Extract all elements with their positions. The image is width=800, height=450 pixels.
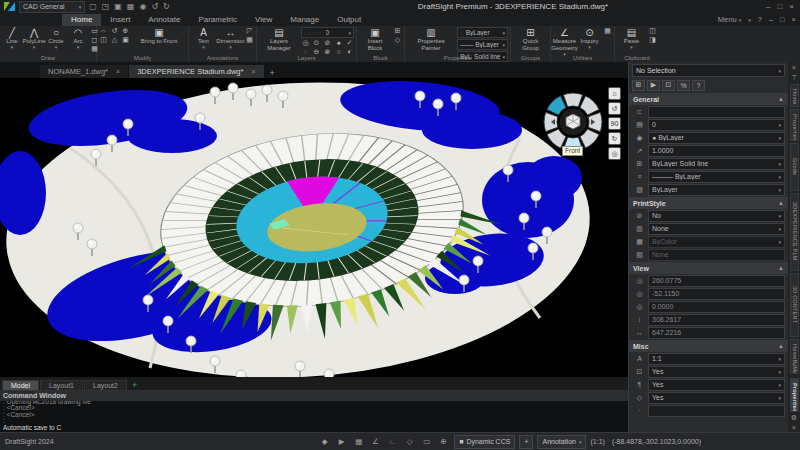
menu-button[interactable]: Menu ▾ [718,15,741,24]
bring-to-front-tool[interactable]: ▣ Bring to Front [132,27,186,45]
side-tab-3d-content-central[interactable]: 3D CONTENT CENTRAL [790,273,799,337]
restore-button[interactable]: □ [777,2,782,11]
ortho-icon[interactable]: ∟ [386,437,399,446]
rotate-icon[interactable]: ↺ [110,27,119,35]
color-select[interactable]: ● ByLayer▾ [648,132,785,144]
ccs-toggle[interactable]: ■ Dynamic CCS [454,435,515,449]
circle-tool[interactable]: ○ Circle ▾ [46,27,66,50]
transparency-select[interactable]: ByLayer▾ [648,184,785,196]
close-palette-icon[interactable]: × [792,64,796,72]
linestyle-select[interactable]: ByLayer Solid line▾ [648,158,785,170]
close-button[interactable]: × [789,2,794,11]
entity-snap-icon[interactable]: ◆ [318,437,331,446]
properties-painter-tool[interactable]: ▥ Properties Painter [407,27,455,52]
printstyle-select[interactable]: No▾ [648,210,785,222]
gear-icon[interactable]: ⚙ [791,414,797,422]
rotate-90-button[interactable]: 90 [608,117,621,130]
section-view[interactable]: View ▲ [629,262,788,274]
visual-style-select[interactable]: Yes▾ [648,392,785,404]
help-icon[interactable]: ? [692,80,705,91]
layer-on-icon[interactable]: ◎ [301,39,310,47]
side-tab-properties-active[interactable]: Properties [790,378,799,412]
workspace-selector[interactable]: CAD General ▾ [19,1,85,13]
leader-icon[interactable]: ◸ [245,27,254,35]
command-window-title[interactable]: Command Window [0,391,628,401]
minimize-button[interactable]: – [766,2,770,11]
printstyle-table-select[interactable]: None▾ [648,223,785,235]
hyperlink-field[interactable] [648,106,785,118]
close-icon[interactable]: × [792,424,796,432]
annotation-select[interactable]: Annotation ▾ [537,435,586,449]
define-block-icon[interactable]: ⊞ [393,27,402,35]
pin-palette-icon[interactable]: ⊤ [791,74,797,82]
help-button[interactable]: ? [758,15,762,24]
tab-layout2[interactable]: Layout2 [84,380,127,390]
side-tab-gcode-generator[interactable]: Gcode Generator [790,143,799,191]
edit-block-icon[interactable]: ◇ [393,36,402,44]
side-tab-homebyme[interactable]: HomeByMe [790,339,799,374]
lineweight-display-icon[interactable]: ▭ [420,437,433,446]
copy-clip-icon[interactable]: ◨ [648,36,657,44]
ribbon-collapse-icon[interactable]: ▾ [748,17,751,23]
add-scale-button[interactable]: + [519,435,533,449]
text-tool[interactable]: A Text ▾ [191,27,216,50]
tab-home[interactable]: Home [62,14,101,26]
save-icon[interactable]: ▣ [114,2,122,11]
orbit-button[interactable]: ↺ [608,102,621,115]
new-doc-tab-button[interactable]: + [265,68,280,78]
panel-restore-icon[interactable]: □ [780,15,785,24]
pointer-icon[interactable]: ▶ [647,80,660,91]
undo-icon[interactable]: ↺ [151,2,158,11]
open-file-icon[interactable]: ◳ [102,2,110,11]
quick-group-tool[interactable]: ⊞ Quick Group [513,27,548,52]
scale-icon[interactable]: △ [110,36,119,44]
paste-tool[interactable]: ▤ Paste ▾ [617,27,646,50]
add-layout-button[interactable]: + [128,380,141,390]
panel-close-icon[interactable]: × [792,15,796,24]
percent-icon[interactable]: % [677,80,690,91]
trim-icon[interactable]: ▣ [121,36,130,44]
layer-freeze-icon[interactable]: ⊙ [312,39,321,47]
select-entities-icon[interactable]: ⊞ [632,80,645,91]
polyline-tool[interactable]: ⋀ PolyLine ▾ [24,27,44,50]
tab-layout1[interactable]: Layout1 [40,380,83,390]
insert-block-tool[interactable]: ▣ Insert Block [359,27,391,52]
home-view-button[interactable]: ⌂ [608,87,621,100]
grid-icon[interactable]: ▦ [352,437,365,446]
lineweight-select[interactable]: ——— ByLayer▾ [648,171,785,183]
print-preview-icon[interactable]: ◉ [139,2,146,11]
layers-manager-tool[interactable]: ▤ Layers Manager [259,27,299,52]
dimension-tool[interactable]: ↔ Dimension ▾ [218,27,243,50]
copy-icon[interactable]: ⊕ [121,27,130,35]
linescale-field[interactable]: 1.0000 [648,145,785,157]
tab-output[interactable]: Output [328,14,370,26]
tab-annotate[interactable]: Annotate [139,14,189,26]
tab-model[interactable]: Model [2,380,39,390]
spin-view-button[interactable]: ↻ [608,132,621,145]
layer-combo[interactable]: ● ● ● ● 0 ▾ [301,27,354,38]
doc-tab-noname[interactable]: NONAME_1.dwg* × [40,65,128,78]
inquiry-tool[interactable]: ⊙ Inquiry ▾ [578,27,601,50]
save-all-icon[interactable]: ▦ [127,2,135,11]
calculator-icon[interactable]: ▦ [603,27,612,35]
arc-tool[interactable]: ◠ Arc ▾ [68,27,88,50]
mirror-icon[interactable]: ◫ [99,36,108,44]
misc-extra-field[interactable] [648,405,785,417]
quick-select-icon[interactable]: ⊡ [662,80,675,91]
layer-check-icon[interactable]: ✓ [345,39,354,47]
move-icon[interactable]: ⇔ [99,27,108,35]
layer-lock-icon[interactable]: ⊘ [323,39,332,47]
tab-manage[interactable]: Manage [281,14,328,26]
command-window[interactable]: Command Window : Opening AC2018 drawing … [0,390,628,432]
polar-icon[interactable]: ◇ [403,437,416,446]
snap-icon[interactable]: ∠ [369,437,382,446]
section-general[interactable]: General ▲ [629,93,788,105]
ucs-select[interactable]: Yes▾ [648,366,785,378]
cut-icon[interactable]: ◫ [648,27,657,35]
layer-color-icon[interactable]: ● [334,39,343,47]
doc-tab-stadium[interactable]: 3DEXPERIENCE Stadium.dwg* × [129,65,263,78]
side-tab-home[interactable]: Home [790,84,799,107]
color-combo[interactable]: ● ByLayer ▾ [457,27,508,38]
side-tab-3dexperience-plm[interactable]: 3DEXPERIENCE PLM Services [790,193,799,271]
tab-insert[interactable]: Insert [101,14,139,26]
